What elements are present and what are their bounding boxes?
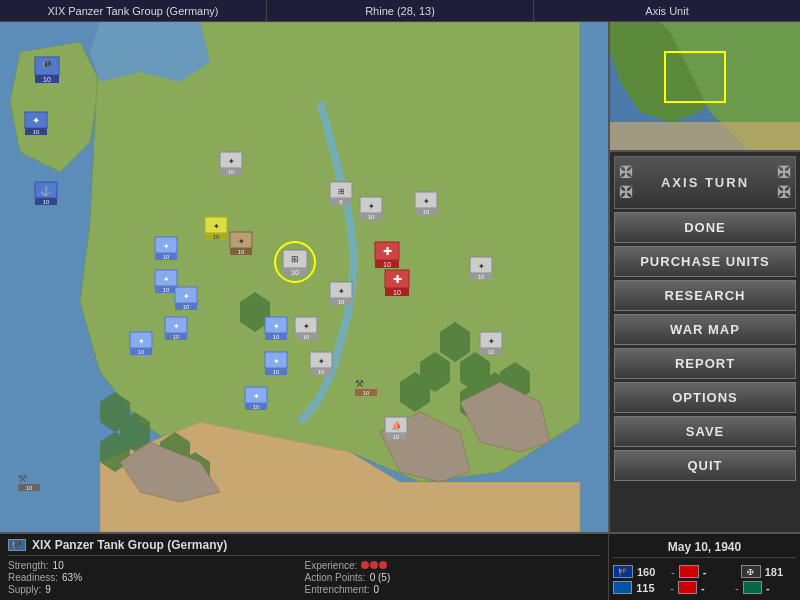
header-left: XIX Panzer Tank Group (Germany) — [0, 0, 267, 21]
svg-rect-147 — [610, 122, 800, 152]
svg-text:10: 10 — [213, 234, 220, 240]
svg-text:✦: ✦ — [368, 202, 375, 211]
svg-text:10: 10 — [163, 254, 170, 260]
svg-text:✦: ✦ — [213, 222, 220, 231]
svg-text:✦: ✦ — [303, 322, 310, 331]
svg-text:⚒: ⚒ — [18, 473, 27, 484]
svg-text:10: 10 — [163, 287, 170, 293]
date-display: May 10, 1940 — [613, 540, 796, 558]
svg-text:10: 10 — [303, 334, 310, 340]
svg-text:🏴: 🏴 — [42, 60, 52, 70]
svg-text:✚: ✚ — [393, 273, 402, 285]
svg-text:✦: ✦ — [32, 115, 40, 126]
flag-de-icon: ✠ — [741, 565, 761, 578]
svg-text:10: 10 — [393, 289, 401, 296]
purchase-units-button[interactable]: PURCHASE UNITS — [614, 246, 796, 277]
svg-text:10: 10 — [273, 334, 280, 340]
svg-text:10: 10 — [138, 349, 145, 355]
flag-uk-icon: 🏴 — [613, 565, 633, 578]
svg-text:✦: ✦ — [423, 197, 430, 206]
svg-text:⊞: ⊞ — [338, 187, 345, 196]
svg-text:✦: ✦ — [228, 157, 235, 166]
flag-ru-icon — [678, 581, 697, 594]
svg-text:✦: ✦ — [478, 262, 485, 271]
options-button[interactable]: OPTIONS — [614, 382, 796, 413]
svg-text:✦: ✦ — [138, 337, 145, 346]
resource-panel: May 10, 1940 🏴 160 - - ✠ 181 115 - - - - — [608, 534, 800, 600]
unit-name-label: XIX Panzer Tank Group (Germany) — [32, 538, 227, 552]
quit-button[interactable]: QUIT — [614, 450, 796, 481]
svg-text:✚: ✚ — [383, 245, 392, 257]
svg-text:10: 10 — [291, 269, 299, 276]
flag-mx-icon — [743, 581, 762, 594]
research-button[interactable]: RESEARCH — [614, 280, 796, 311]
resource-row-1: 115 - - - - — [613, 581, 796, 594]
svg-text:10: 10 — [43, 199, 50, 205]
bottom-status-bar: 🏴 XIX Panzer Tank Group (Germany) Streng… — [0, 532, 800, 600]
report-button[interactable]: REPORT — [614, 348, 796, 379]
left-crosses-icon: ✠ ✠ — [619, 163, 633, 202]
unit-flag-icon: 🏴 — [8, 539, 26, 551]
svg-text:✦: ✦ — [273, 357, 280, 366]
svg-text:10: 10 — [183, 304, 190, 310]
svg-text:10: 10 — [33, 129, 40, 135]
svg-text:✦: ✦ — [318, 357, 325, 366]
svg-text:✦: ✦ — [338, 287, 345, 296]
svg-text:10: 10 — [488, 349, 495, 355]
flag-us-icon — [679, 565, 699, 578]
svg-text:⚒: ⚒ — [355, 378, 364, 389]
right-crosses-icon: ✠ ✠ — [777, 163, 791, 202]
svg-text:10: 10 — [238, 249, 245, 255]
svg-text:✦: ✦ — [163, 275, 170, 284]
right-panel: ✠ ✠ AXIS TURN ✠ ✠ DONE PURCHASE UNITS RE… — [608, 22, 800, 532]
strength-stat: Strength: 10 — [8, 560, 304, 571]
unit-info-panel: 🏴 XIX Panzer Tank Group (Germany) Streng… — [0, 534, 608, 600]
svg-text:10: 10 — [423, 209, 430, 215]
header-right: Axis Unit — [534, 0, 800, 21]
header-center: Rhine (28, 13) — [267, 0, 534, 21]
svg-text:10: 10 — [393, 434, 400, 440]
svg-text:10: 10 — [43, 76, 51, 83]
svg-text:⚓: ⚓ — [40, 184, 53, 197]
svg-text:10: 10 — [383, 261, 391, 268]
svg-text:10: 10 — [338, 299, 345, 305]
svg-text:⊞: ⊞ — [291, 254, 299, 264]
svg-text:✦: ✦ — [183, 292, 190, 301]
svg-text:10: 10 — [173, 334, 180, 340]
svg-text:10: 10 — [26, 485, 33, 491]
svg-text:10: 10 — [228, 169, 235, 175]
svg-text:10: 10 — [363, 390, 370, 396]
unit-stats-grid: Strength: 10 Experience: Readiness: 63% — [8, 560, 600, 595]
action-points-stat: Action Points: 0 (5) — [305, 572, 601, 583]
svg-text:⛵: ⛵ — [391, 420, 403, 432]
done-button[interactable]: DONE — [614, 212, 796, 243]
svg-text:✦: ✦ — [238, 237, 245, 246]
svg-text:✦: ✦ — [488, 337, 495, 346]
svg-text:10: 10 — [478, 274, 485, 280]
svg-text:10: 10 — [273, 369, 280, 375]
svg-marker-2 — [90, 22, 210, 82]
unit-title-row: 🏴 XIX Panzer Tank Group (Germany) — [8, 538, 600, 556]
war-map-button[interactable]: WAR MAP — [614, 314, 796, 345]
experience-pips — [361, 561, 387, 569]
mini-map[interactable] — [610, 22, 800, 152]
svg-text:✦: ✦ — [173, 322, 180, 331]
axis-turn-label: AXIS TURN — [633, 175, 777, 190]
axis-turn-button[interactable]: ✠ ✠ AXIS TURN ✠ ✠ — [614, 156, 796, 209]
svg-text:10: 10 — [368, 214, 375, 220]
svg-text:10: 10 — [253, 404, 260, 410]
svg-text:✦: ✦ — [253, 392, 260, 401]
svg-text:✦: ✦ — [163, 242, 170, 251]
save-button[interactable]: SAVE — [614, 416, 796, 447]
supply-stat: Supply: 9 — [8, 584, 304, 595]
readiness-stat: Readiness: 63% — [8, 572, 304, 583]
svg-text:✦: ✦ — [273, 322, 280, 331]
flag-fr-icon — [613, 581, 632, 594]
svg-text:10: 10 — [318, 369, 325, 375]
resource-row-0: 🏴 160 - - ✠ 181 — [613, 565, 796, 578]
entrenchment-stat: Entrenchment: 0 — [305, 584, 601, 595]
buttons-panel: ✠ ✠ AXIS TURN ✠ ✠ DONE PURCHASE UNITS RE… — [610, 152, 800, 532]
experience-stat: Experience: — [305, 560, 601, 571]
map-area[interactable]: 🏴 10 ✦ 10 ⚓ 10 ✦ 10 — [0, 22, 608, 532]
